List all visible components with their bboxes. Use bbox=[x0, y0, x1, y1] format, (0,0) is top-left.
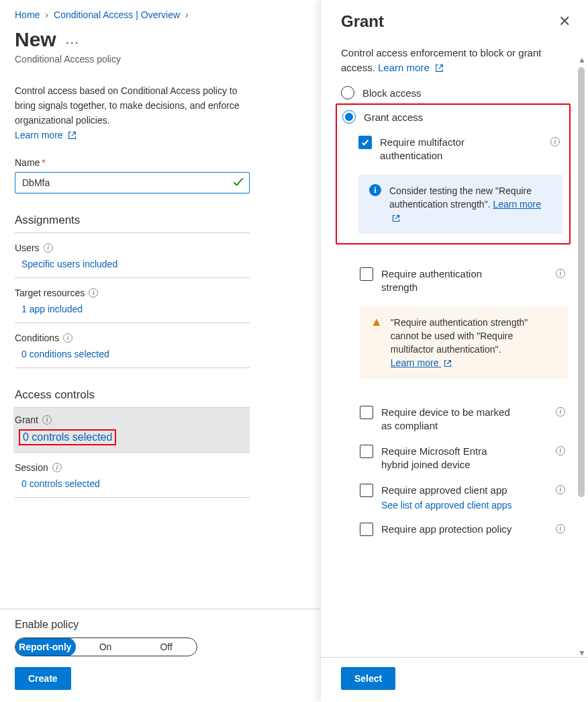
auth-strength-warning-text: "Require authentication strength" cannot… bbox=[391, 317, 528, 355]
grant-panel: Grant ✕ Control access enforcement to bl… bbox=[321, 0, 588, 702]
info-badge-icon: i bbox=[369, 184, 381, 196]
scroll-thumb[interactable] bbox=[578, 67, 585, 497]
require-compliant-label: Require device to be marked as compliant bbox=[381, 406, 516, 433]
breadcrumb-home[interactable]: Home bbox=[15, 9, 40, 20]
info-icon[interactable]: i bbox=[556, 446, 565, 455]
chevron-right-icon: › bbox=[185, 9, 189, 20]
info-icon[interactable]: i bbox=[556, 269, 565, 278]
left-footer: Enable policy Report-only On Off Create bbox=[0, 609, 321, 702]
conditions-value-link[interactable]: 0 conditions selected bbox=[15, 345, 250, 368]
checkbox-icon bbox=[360, 406, 373, 419]
checkbox-icon bbox=[360, 523, 373, 536]
require-hybrid-joined-checkbox[interactable]: Require Microsoft Entra hybrid joined de… bbox=[341, 445, 568, 472]
panel-body: Control access enforcement to block or g… bbox=[321, 35, 588, 657]
grant-value-link[interactable]: 0 controls selected bbox=[23, 431, 112, 443]
info-icon[interactable]: i bbox=[63, 333, 72, 343]
panel-intro: Control access enforcement to block or g… bbox=[341, 46, 568, 75]
targets-label: Target resources bbox=[15, 288, 85, 298]
require-mfa-label: Require multifactor authentication bbox=[380, 136, 514, 163]
checkbox-icon bbox=[360, 445, 373, 458]
auth-strength-warning: ▲ "Require authentication strength" cann… bbox=[360, 306, 568, 379]
toggle-on[interactable]: On bbox=[75, 638, 136, 656]
block-access-radio[interactable]: Block access bbox=[341, 86, 568, 99]
require-hybrid-label: Require Microsoft Entra hybrid joined de… bbox=[381, 445, 516, 472]
session-value-link[interactable]: 0 controls selected bbox=[15, 474, 250, 498]
external-link-icon bbox=[392, 214, 400, 222]
grant-access-highlight: Grant access Require multifactor authent… bbox=[336, 103, 571, 245]
require-approved-client-checkbox[interactable]: Require approved client app See list of … bbox=[341, 484, 568, 511]
close-icon[interactable]: ✕ bbox=[558, 14, 571, 29]
panel-footer: Select bbox=[321, 657, 588, 702]
name-label: Name* bbox=[15, 157, 306, 168]
warning-icon: ▲ bbox=[371, 316, 383, 369]
info-icon[interactable]: i bbox=[52, 463, 62, 472]
require-app-protection-label: Require app protection policy bbox=[381, 523, 511, 536]
block-access-label: Block access bbox=[362, 87, 422, 99]
info-icon[interactable]: i bbox=[556, 524, 565, 533]
require-mfa-checkbox[interactable]: Require multifactor authentication i bbox=[340, 136, 562, 163]
grant-access-label: Grant access bbox=[364, 112, 423, 123]
scroll-up-icon[interactable]: ▲ bbox=[576, 54, 588, 66]
breadcrumb-conditional-access[interactable]: Conditional Access | Overview bbox=[54, 9, 180, 20]
session-label: Session bbox=[15, 462, 48, 473]
auth-strength-learn-more[interactable]: Learn more bbox=[391, 357, 452, 368]
create-button[interactable]: Create bbox=[15, 667, 71, 690]
page-title: New bbox=[15, 28, 56, 51]
external-link-icon bbox=[435, 64, 444, 73]
info-icon[interactable]: i bbox=[556, 485, 565, 494]
toggle-report-only[interactable]: Report-only bbox=[15, 638, 76, 656]
external-link-icon bbox=[68, 131, 77, 140]
info-icon[interactable]: i bbox=[44, 243, 53, 253]
enable-policy-label: Enable policy bbox=[15, 619, 306, 631]
enable-policy-toggle[interactable]: Report-only On Off bbox=[15, 638, 197, 656]
scrollbar[interactable]: ▲ ▼ bbox=[576, 54, 588, 659]
require-compliant-device-checkbox[interactable]: Require device to be marked as compliant… bbox=[341, 406, 568, 433]
checkbox-icon bbox=[358, 136, 372, 149]
page-subtitle: Conditional Access policy bbox=[15, 54, 306, 64]
session-item[interactable]: Session i 0 controls selected bbox=[15, 453, 250, 498]
target-resources-item[interactable]: Target resources i 1 app included bbox=[15, 278, 250, 323]
select-button[interactable]: Select bbox=[341, 667, 395, 690]
require-app-protection-checkbox[interactable]: Require app protection policy i bbox=[341, 523, 568, 536]
learn-more-link[interactable]: Learn more bbox=[15, 130, 77, 140]
require-approved-label: Require approved client app bbox=[381, 484, 507, 496]
info-icon[interactable]: i bbox=[556, 407, 565, 416]
mfa-info-callout: i Consider testing the new "Require auth… bbox=[358, 175, 562, 234]
require-auth-strength-label: Require authentication strength bbox=[381, 267, 516, 294]
chevron-right-icon: › bbox=[45, 9, 48, 20]
more-actions-button[interactable]: ··· bbox=[66, 36, 80, 50]
users-label: Users bbox=[15, 243, 40, 253]
assignments-heading: Assignments bbox=[15, 214, 250, 233]
users-item[interactable]: Users i Specific users included bbox=[15, 233, 250, 278]
policy-name-input[interactable] bbox=[15, 172, 250, 193]
grant-access-radio[interactable]: Grant access bbox=[340, 110, 562, 124]
external-link-icon bbox=[444, 359, 452, 367]
checkbox-icon bbox=[360, 484, 373, 497]
radio-icon bbox=[342, 110, 356, 124]
info-icon[interactable]: i bbox=[89, 288, 98, 298]
checkbox-icon bbox=[360, 267, 373, 281]
toggle-off[interactable]: Off bbox=[136, 638, 197, 656]
conditions-label: Conditions bbox=[15, 333, 59, 343]
grant-item[interactable]: Grant i 0 controls selected bbox=[15, 408, 250, 453]
grant-label: Grant bbox=[15, 414, 38, 425]
info-icon[interactable]: i bbox=[42, 415, 52, 425]
radio-icon bbox=[341, 86, 354, 99]
approved-apps-link[interactable]: See list of approved client apps bbox=[381, 500, 512, 511]
panel-learn-more-link[interactable]: Learn more bbox=[378, 62, 444, 73]
conditions-item[interactable]: Conditions i 0 conditions selected bbox=[15, 323, 250, 368]
access-controls-heading: Access controls bbox=[15, 388, 250, 408]
scroll-down-icon[interactable]: ▼ bbox=[576, 647, 588, 659]
panel-title: Grant bbox=[341, 12, 384, 31]
info-icon[interactable]: i bbox=[550, 137, 560, 146]
require-auth-strength-checkbox[interactable]: Require authentication strength i bbox=[341, 267, 568, 294]
targets-value-link[interactable]: 1 app included bbox=[15, 300, 250, 323]
main-pane: Home › Conditional Access | Overview › N… bbox=[0, 0, 321, 702]
page-intro: Control access based on Conditional Acce… bbox=[15, 83, 256, 142]
valid-check-icon bbox=[232, 176, 244, 188]
breadcrumb: Home › Conditional Access | Overview › bbox=[15, 9, 306, 20]
users-value-link[interactable]: Specific users included bbox=[15, 255, 250, 278]
